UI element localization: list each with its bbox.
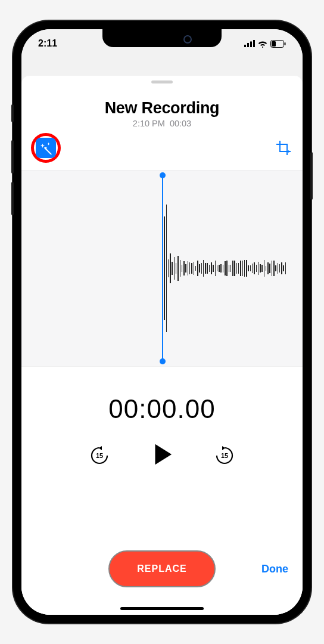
play-icon: [148, 441, 176, 468]
svg-rect-5: [272, 41, 276, 47]
cellular-icon: [244, 40, 255, 47]
done-button[interactable]: Done: [261, 563, 288, 575]
skip-back-button[interactable]: 15: [89, 445, 110, 466]
drag-handle[interactable]: [151, 80, 173, 83]
playhead[interactable]: [162, 175, 163, 361]
recording-duration: 00:03: [170, 119, 191, 128]
svg-text:15: 15: [221, 452, 228, 459]
svg-rect-0: [244, 45, 246, 47]
svg-rect-2: [250, 42, 252, 48]
device-frame: 2:11 New Recording 2:10 PM 00:03: [13, 21, 311, 623]
volume-down: [11, 182, 14, 215]
waveform-scrubber[interactable]: [21, 170, 303, 367]
playback-time: 00:00.00: [21, 394, 303, 424]
svg-text:15: 15: [96, 452, 103, 459]
battery-icon: [270, 40, 286, 48]
recording-subtitle: 2:10 PM 00:03: [21, 119, 303, 128]
notch: [102, 29, 222, 47]
volume-up: [11, 140, 14, 174]
svg-rect-1: [247, 43, 249, 47]
svg-rect-3: [253, 40, 255, 47]
magic-wand-icon: [39, 141, 52, 154]
crop-icon: [275, 140, 292, 156]
wifi-icon: [257, 40, 268, 48]
status-time: 2:11: [38, 38, 57, 49]
svg-rect-6: [285, 42, 286, 45]
enhance-button[interactable]: [36, 138, 56, 158]
status-indicators: [244, 40, 286, 48]
power-button: [310, 152, 313, 200]
play-button[interactable]: [148, 441, 176, 470]
trim-button[interactable]: [274, 138, 293, 157]
skip-forward-15-icon: 15: [214, 445, 235, 466]
waveform: [162, 268, 287, 269]
mute-switch: [11, 104, 14, 122]
title-block: New Recording 2:10 PM 00:03: [21, 99, 303, 128]
screen: 2:11 New Recording 2:10 PM 00:03: [21, 29, 303, 615]
transport-controls: 15 15: [21, 441, 303, 470]
skip-forward-button[interactable]: 15: [214, 445, 235, 466]
home-indicator[interactable]: [120, 607, 204, 610]
editor-sheet: New Recording 2:10 PM 00:03: [21, 76, 303, 615]
replace-button[interactable]: REPLACE: [108, 550, 216, 587]
recording-title[interactable]: New Recording: [21, 99, 303, 117]
recording-timestamp: 2:10 PM: [133, 119, 165, 128]
skip-back-15-icon: 15: [89, 445, 110, 466]
tutorial-highlight-ring: [31, 133, 61, 163]
